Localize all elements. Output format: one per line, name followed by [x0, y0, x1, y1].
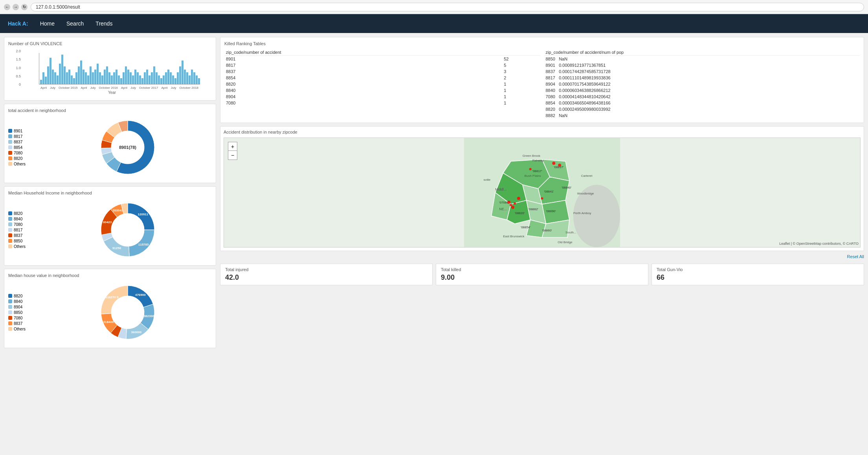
legend-label: 8840 — [14, 217, 22, 221]
ranking-container: zip_code/number of accident 890152 88175… — [224, 49, 860, 119]
y-label-1: 0.5 — [8, 74, 21, 78]
legend-label: 8837 — [14, 321, 22, 326]
bar — [120, 78, 122, 84]
legend-color — [8, 140, 12, 144]
map-svg: '08837' '08817' '08841' '08840' '07080' … — [224, 138, 860, 247]
bar — [177, 72, 179, 84]
bar — [146, 70, 148, 84]
y-label-4: 2.0 — [8, 49, 21, 53]
legend-label: 8817 — [14, 228, 22, 232]
table-row: 8820 0.00002495009980033992 — [544, 106, 860, 112]
svg-text:318400: 318400 — [103, 320, 114, 324]
left-table-header: zip_code/number of accident — [224, 49, 502, 56]
table-row: 8817 0.00011101489819933836 — [544, 75, 860, 81]
map-zoom-controls[interactable]: + − — [228, 142, 237, 160]
reload-btn[interactable]: ↻ — [21, 4, 28, 10]
table-row: 8840 0.00006034638826866212 — [544, 87, 860, 94]
accident-legend: 890188178837885470808820Others — [8, 129, 40, 166]
svg-text:Old Bridge: Old Bridge — [558, 240, 573, 244]
main-content: Number of GUN VIOLENCE 2.0 1.5 1.0 0.5 0… — [0, 33, 868, 352]
bar — [75, 72, 77, 84]
bar — [179, 66, 181, 84]
legend-label: 8837 — [14, 140, 22, 144]
bar — [153, 66, 155, 84]
income-donut-container: 882088407080881788378850Others 120911115… — [8, 198, 212, 261]
table-row: 8837 0.00017442874585731728 — [544, 68, 860, 75]
map-panel: Accident distribution in nearby zipcode … — [220, 126, 864, 251]
legend-color — [8, 233, 12, 237]
bar — [125, 66, 127, 84]
bar — [45, 77, 47, 84]
map-container[interactable]: + − — [224, 138, 861, 248]
svg-text:Middl...: Middl... — [495, 187, 506, 191]
url-bar[interactable]: 127.0.0.1:5000/result — [31, 3, 864, 11]
zoom-out-btn[interactable]: − — [228, 151, 237, 160]
bar — [40, 80, 42, 84]
income-panel: Median Household Income in neighborhood … — [4, 186, 216, 266]
browser-controls: ← → ↻ — [4, 4, 28, 10]
bar — [130, 72, 132, 84]
legend-item: 8837 — [8, 321, 40, 326]
y-label-2: 1.0 — [8, 66, 21, 70]
accident-donut-container: 890188178837885470808820Others 8901(78) — [8, 116, 212, 179]
bar — [139, 75, 141, 84]
x-labels: AprilJulyOctober 2015AprilJulyOctober 20… — [39, 86, 200, 90]
bar — [163, 75, 165, 84]
back-btn[interactable]: ← — [4, 4, 10, 10]
legend-color — [8, 134, 12, 138]
legend-label: Others — [14, 244, 26, 249]
forward-btn[interactable]: → — [13, 4, 19, 10]
legend-label: 8820 — [14, 156, 22, 161]
legend-item: 8820 — [8, 294, 40, 298]
table-row: 8850 NaN — [544, 56, 860, 62]
bar — [42, 72, 44, 84]
bar — [94, 70, 96, 84]
x-label: July — [171, 86, 176, 90]
nav-trends[interactable]: Trends — [95, 20, 112, 27]
bar — [71, 75, 73, 84]
svg-text:203943: 203943 — [113, 209, 123, 212]
legend-label: Others — [14, 162, 26, 166]
svg-text:120911: 120911 — [138, 213, 149, 216]
table-row: 89041 — [224, 94, 540, 100]
bar — [101, 75, 103, 84]
svg-text:'08854': '08854' — [521, 226, 531, 229]
svg-text:'08820': '08820' — [515, 211, 525, 215]
legend-color — [8, 162, 12, 166]
bar — [52, 70, 54, 84]
bar — [116, 70, 117, 84]
legend-item: 8901 — [8, 129, 40, 133]
chart-bars — [39, 53, 200, 84]
x-label: October 2018 — [180, 86, 198, 90]
legend-color — [8, 299, 12, 303]
legend-color — [8, 239, 12, 243]
reset-all-btn[interactable]: Reset All — [220, 254, 864, 259]
right-ranking-table: zip_code/number of accident/num of pop 8… — [544, 49, 860, 119]
legend-color — [8, 294, 12, 298]
legend-item: Others — [8, 244, 40, 249]
svg-point-37 — [558, 164, 561, 167]
x-label: April — [40, 86, 47, 90]
legend-item: 8840 — [8, 299, 40, 304]
svg-text:South...: South... — [565, 231, 576, 234]
zoom-in-btn[interactable]: + — [228, 142, 237, 151]
nav-search[interactable]: Search — [66, 20, 84, 27]
legend-label: 7080 — [14, 151, 22, 155]
legend-item: 8820 — [8, 156, 40, 161]
bar — [87, 75, 89, 84]
bar — [198, 78, 200, 84]
bar — [170, 72, 172, 84]
income-legend: 882088407080881788378850Others — [8, 211, 40, 249]
legend-color — [8, 217, 12, 221]
svg-text:382300: 382300 — [144, 314, 154, 318]
svg-text:NE...: NE... — [499, 207, 507, 211]
gunvio-label: Total Gun-Vio — [657, 267, 859, 272]
legend-label: 7080 — [14, 222, 22, 227]
bar — [193, 72, 195, 84]
legend-item: 8820 — [8, 211, 40, 216]
bar — [149, 75, 150, 84]
svg-point-38 — [529, 168, 532, 170]
legend-item: 8840 — [8, 217, 40, 221]
nav-home[interactable]: Home — [40, 20, 55, 27]
svg-point-6 — [111, 213, 144, 246]
